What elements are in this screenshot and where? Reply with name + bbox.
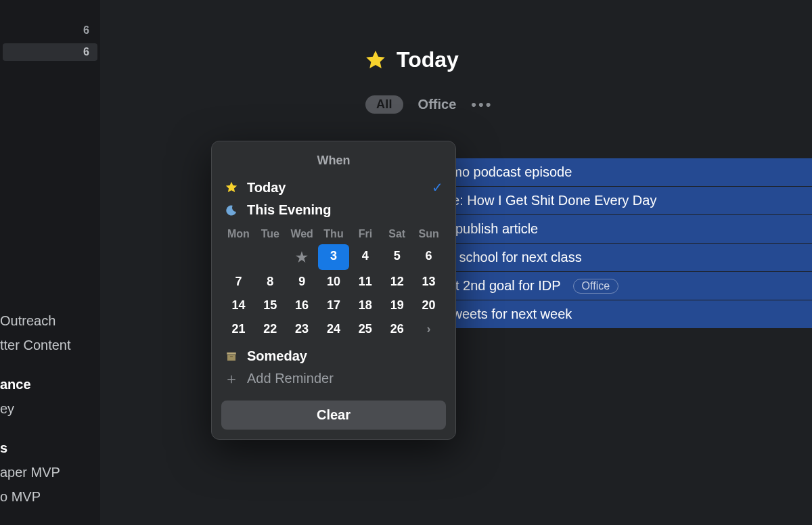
calendar-weekday: Thu	[318, 224, 350, 244]
page-title: Today	[364, 47, 812, 72]
calendar-day[interactable]: 19	[381, 294, 413, 317]
sidebar-count: 6	[83, 24, 89, 37]
calendar-day[interactable]: 16	[286, 294, 318, 317]
calendar-day[interactable]: 26	[381, 317, 413, 341]
filter-bar: All Office •••	[364, 95, 812, 114]
checkmark-icon: ✓	[432, 179, 443, 196]
sidebar: 6 6 Outreach tter Content ance ey s aper…	[0, 0, 100, 525]
svg-rect-0	[227, 352, 236, 355]
calendar-weekday: Tue	[254, 224, 286, 244]
calendar-weekday-row: MonTueWedThuFriSatSun	[223, 224, 445, 244]
calendar-day[interactable]: 14	[223, 294, 254, 317]
clear-button[interactable]: Clear	[221, 401, 446, 430]
sidebar-count-row-selected[interactable]: 6	[3, 43, 97, 61]
calendar-day[interactable]: 9	[286, 270, 318, 294]
main-pane: Today All Office ••• Record demo podcast…	[100, 0, 812, 525]
task-tag[interactable]: Office	[573, 279, 619, 294]
moon-icon	[224, 204, 239, 216]
filter-office[interactable]: Office	[418, 97, 457, 112]
calendar-day[interactable]: 6	[413, 244, 445, 270]
calendar-weekday: Sun	[413, 224, 445, 244]
sidebar-projects-partial: Outreach tter Content ance ey s aper MVP…	[0, 309, 100, 509]
sidebar-item[interactable]: tter Content	[0, 333, 100, 357]
sidebar-item[interactable]: aper MVP	[0, 460, 100, 484]
calendar-day[interactable]: 23	[286, 317, 318, 341]
add-reminder-label: Add Reminder	[247, 371, 443, 386]
when-option-this-evening[interactable]: This Evening	[212, 199, 455, 221]
star-icon	[224, 181, 239, 194]
when-option-this-evening-label: This Evening	[247, 202, 443, 218]
sidebar-count-row[interactable]: 6	[0, 20, 100, 41]
when-popover: When Today ✓ This Evening MonTueWedThuFr…	[211, 141, 456, 440]
calendar: MonTueWedThuFriSatSun ★34567891011121314…	[212, 221, 455, 342]
sidebar-item[interactable]: ey	[0, 396, 100, 421]
calendar-day[interactable]: 12	[381, 270, 413, 294]
archive-icon	[224, 350, 239, 363]
sidebar-area[interactable]: s	[0, 436, 100, 460]
star-icon	[364, 49, 387, 72]
calendar-empty-cell	[223, 244, 254, 270]
calendar-week-row: 14151617181920	[223, 294, 445, 317]
calendar-day[interactable]: 11	[349, 270, 381, 294]
calendar-day[interactable]: 7	[223, 270, 254, 294]
calendar-weekday: Fri	[349, 224, 381, 244]
sidebar-item[interactable]: Outreach	[0, 309, 100, 333]
when-option-someday-label: Someday	[247, 348, 443, 364]
calendar-day[interactable]: 18	[349, 294, 381, 317]
calendar-day[interactable]: 8	[254, 270, 286, 294]
sidebar-count-selected: 6	[83, 46, 89, 58]
add-reminder-row[interactable]: ＋ Add Reminder	[212, 367, 455, 390]
filter-more-icon[interactable]: •••	[471, 96, 493, 114]
calendar-day[interactable]: 3	[318, 244, 350, 270]
svg-rect-2	[230, 356, 233, 357]
calendar-day[interactable]: 25	[349, 317, 381, 341]
calendar-day[interactable]: 10	[318, 270, 350, 294]
calendar-empty-cell	[254, 244, 286, 270]
when-option-today[interactable]: Today ✓	[212, 176, 455, 199]
calendar-day[interactable]: 24	[318, 317, 350, 341]
calendar-day[interactable]: 15	[254, 294, 286, 317]
plus-icon: ＋	[224, 373, 239, 385]
calendar-weekday: Sat	[381, 224, 413, 244]
calendar-day[interactable]: 17	[318, 294, 350, 317]
calendar-week-row: ★3456	[223, 244, 445, 270]
filter-all-pill[interactable]: All	[365, 95, 403, 114]
calendar-week-row: 212223242526›	[223, 317, 445, 341]
popover-title: When	[212, 154, 455, 168]
when-option-today-label: Today	[247, 180, 424, 196]
sidebar-item[interactable]: o MVP	[0, 484, 100, 509]
calendar-day[interactable]: 5	[381, 244, 413, 270]
calendar-week-row: 78910111213	[223, 270, 445, 294]
calendar-day[interactable]: 4	[349, 244, 381, 270]
calendar-day[interactable]: 13	[413, 270, 445, 294]
calendar-today-star-icon[interactable]: ★	[286, 244, 318, 270]
when-option-someday[interactable]: Someday	[212, 345, 455, 367]
calendar-day[interactable]: 21	[223, 317, 254, 341]
calendar-weekday: Wed	[286, 224, 318, 244]
calendar-day[interactable]: 22	[254, 317, 286, 341]
sidebar-area[interactable]: ance	[0, 372, 100, 396]
page-title-text: Today	[397, 47, 459, 72]
calendar-weekday: Mon	[223, 224, 254, 244]
calendar-next-icon[interactable]: ›	[413, 317, 445, 341]
calendar-day[interactable]: 20	[413, 294, 445, 317]
svg-rect-1	[227, 355, 235, 360]
